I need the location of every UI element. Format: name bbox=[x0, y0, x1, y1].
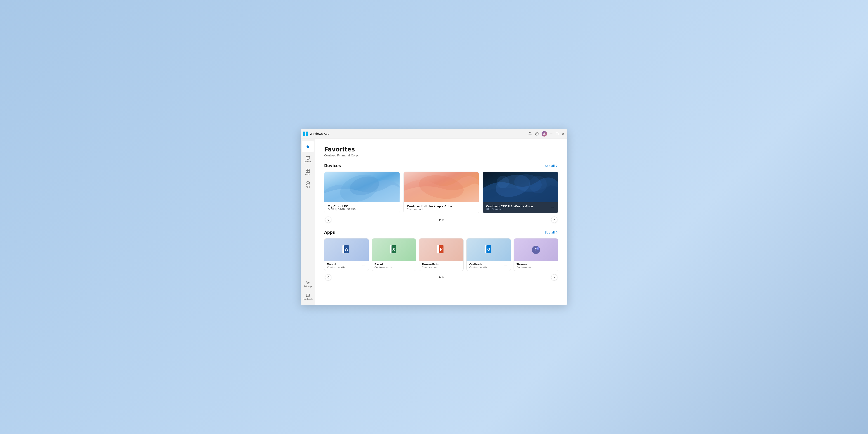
svg-point-22 bbox=[307, 295, 307, 296]
add-label: Add bbox=[306, 186, 310, 188]
sidebar-item-feedback[interactable]: Feedback bbox=[302, 291, 314, 303]
devices-label: Devices bbox=[304, 161, 312, 163]
app-card-outlook[interactable]: O Outlook Contoso north ··· bbox=[466, 238, 511, 271]
device-more-button-1[interactable]: ··· bbox=[392, 205, 397, 210]
app-location-outlook: Contoso north bbox=[469, 266, 487, 269]
svg-rect-11 bbox=[306, 156, 310, 159]
svg-point-24 bbox=[308, 295, 309, 296]
star-icon bbox=[306, 144, 310, 149]
device-card-footer-2: Contoso full desktop - Alice Contoso nor… bbox=[404, 202, 479, 213]
svg-rect-3 bbox=[306, 134, 308, 136]
app-card-word[interactable]: W Word Contoso north ··· bbox=[324, 238, 369, 271]
apps-label: Apps bbox=[305, 174, 310, 176]
device-card-image-dark bbox=[483, 172, 558, 202]
svg-rect-7 bbox=[550, 133, 553, 134]
device-card-image-blue bbox=[324, 172, 400, 202]
windows-logo-icon bbox=[303, 131, 308, 136]
close-button[interactable] bbox=[561, 132, 565, 135]
svg-rect-8 bbox=[556, 133, 558, 135]
devices-see-all[interactable]: See all bbox=[545, 164, 558, 167]
device-card-contoso-cpc[interactable]: Contoso CPC US West - Alice GPU Standard… bbox=[483, 172, 558, 213]
svg-point-23 bbox=[308, 295, 308, 296]
app-name-outlook: Outlook bbox=[469, 263, 487, 266]
sidebar-item-settings[interactable]: Settings bbox=[302, 278, 314, 290]
device-name-2: Contoso full desktop - Alice bbox=[407, 205, 452, 208]
app-card-footer-teams: Teams Contoso north ··· bbox=[514, 261, 558, 271]
device-name-1: My Cloud PC bbox=[328, 205, 355, 208]
app-title: Windows App bbox=[310, 132, 528, 135]
maximize-button[interactable] bbox=[556, 132, 559, 135]
app-card-footer-word: Word Contoso north ··· bbox=[324, 261, 369, 271]
app-card-powerpoint[interactable]: P PowerPoint Contoso north ··· bbox=[419, 238, 464, 271]
app-window: Windows App ? bbox=[301, 129, 567, 305]
app-name-excel: Excel bbox=[375, 263, 392, 266]
app-name-word: Word bbox=[327, 263, 345, 266]
device-card-footer-3: Contoso CPC US West - Alice GPU Standard… bbox=[483, 202, 558, 213]
apps-title: Apps bbox=[324, 230, 335, 235]
devices-dots bbox=[439, 219, 444, 221]
device-more-button-3[interactable]: ··· bbox=[550, 205, 555, 210]
devices-next-button[interactable] bbox=[551, 217, 557, 223]
apps-dot-2 bbox=[442, 276, 444, 278]
sidebar-item-apps[interactable]: Apps bbox=[302, 166, 314, 178]
user-avatar[interactable] bbox=[541, 131, 547, 136]
app-more-button-excel[interactable]: ··· bbox=[408, 264, 413, 268]
app-more-button-word[interactable]: ··· bbox=[361, 264, 366, 268]
svg-rect-0 bbox=[303, 131, 305, 133]
app-card-footer-powerpoint: PowerPoint Contoso north ··· bbox=[419, 261, 463, 271]
apps-dot-1 bbox=[439, 276, 440, 278]
apps-prev-button[interactable] bbox=[325, 274, 331, 281]
add-icon bbox=[306, 181, 310, 186]
device-card-my-cloud-pc[interactable]: My Cloud PC 8vCPU | 32GB | 512GB ··· bbox=[324, 172, 400, 213]
app-body: Devices Apps bbox=[301, 139, 567, 305]
svg-text:P: P bbox=[440, 247, 442, 252]
devices-grid: My Cloud PC 8vCPU | 32GB | 512GB ··· bbox=[324, 172, 558, 213]
titlebar-actions: ? bbox=[528, 131, 565, 136]
bell-icon[interactable] bbox=[528, 132, 532, 136]
monitor-icon bbox=[306, 156, 310, 160]
svg-rect-14 bbox=[306, 169, 308, 170]
devices-title: Devices bbox=[324, 163, 341, 168]
page-subtitle: Contoso Financial Corp. bbox=[324, 154, 558, 157]
svg-rect-17 bbox=[308, 171, 310, 173]
devices-dot-2 bbox=[442, 219, 444, 221]
apps-dots bbox=[439, 276, 444, 278]
device-card-footer-1: My Cloud PC 8vCPU | 32GB | 512GB ··· bbox=[324, 202, 400, 213]
main-content: Favorites Contoso Financial Corp. Device… bbox=[315, 139, 567, 305]
apps-icon bbox=[306, 168, 310, 173]
svg-text:W: W bbox=[344, 247, 348, 252]
svg-text:X: X bbox=[393, 247, 395, 252]
devices-prev-button[interactable] bbox=[325, 217, 331, 223]
svg-point-21 bbox=[307, 282, 309, 283]
svg-rect-1 bbox=[306, 131, 308, 133]
excel-icon: X bbox=[388, 244, 399, 255]
device-spec-2: Contoso north bbox=[407, 208, 452, 211]
app-card-image-word: W bbox=[324, 239, 369, 261]
device-card-contoso-full[interactable]: Contoso full desktop - Alice Contoso nor… bbox=[403, 172, 479, 213]
app-more-button-powerpoint[interactable]: ··· bbox=[456, 264, 461, 268]
word-icon: W bbox=[341, 244, 352, 255]
sidebar-item-add[interactable]: Add bbox=[302, 179, 314, 190]
app-card-image-excel: X bbox=[372, 239, 416, 261]
app-location-powerpoint: Contoso north bbox=[422, 266, 441, 269]
sidebar-item-favorites[interactable] bbox=[302, 141, 314, 152]
apps-carousel-controls bbox=[324, 274, 558, 281]
apps-section-header: Apps See all bbox=[324, 230, 558, 235]
sidebar-item-devices[interactable]: Devices bbox=[302, 153, 314, 165]
minimize-button[interactable] bbox=[550, 132, 553, 135]
app-card-image-outlook: O bbox=[467, 239, 511, 261]
settings-label: Settings bbox=[304, 285, 312, 287]
device-more-button-2[interactable]: ··· bbox=[471, 205, 475, 210]
app-card-excel[interactable]: X Excel Contoso north ··· bbox=[372, 238, 416, 271]
help-icon[interactable]: ? bbox=[535, 132, 539, 136]
apps-section: Apps See all bbox=[324, 230, 558, 281]
svg-point-34 bbox=[529, 176, 547, 193]
app-more-button-teams[interactable]: ··· bbox=[550, 264, 555, 268]
sidebar: Devices Apps bbox=[301, 139, 315, 305]
app-name-powerpoint: PowerPoint bbox=[422, 263, 441, 266]
apps-see-all[interactable]: See all bbox=[545, 231, 558, 234]
apps-next-button[interactable] bbox=[551, 274, 557, 281]
app-card-teams[interactable]: T T Teams Contoso north ··· bbox=[514, 238, 558, 271]
app-more-button-outlook[interactable]: ··· bbox=[503, 264, 508, 268]
app-card-image-teams: T T bbox=[514, 239, 558, 261]
